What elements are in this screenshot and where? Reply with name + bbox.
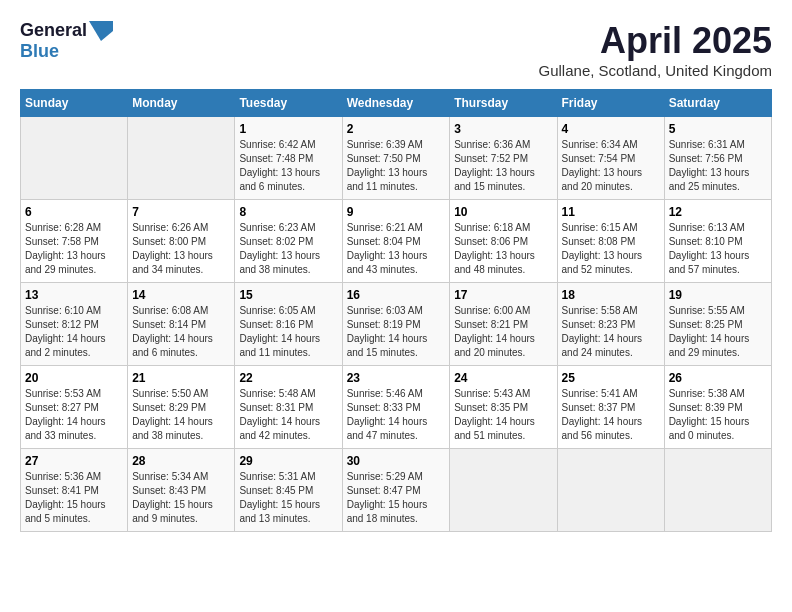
day-cell: 10Sunrise: 6:18 AMSunset: 8:06 PMDayligh… bbox=[450, 200, 557, 283]
day-cell bbox=[450, 449, 557, 532]
calendar-body: 1Sunrise: 6:42 AMSunset: 7:48 PMDaylight… bbox=[21, 117, 772, 532]
day-info: Sunrise: 6:13 AMSunset: 8:10 PMDaylight:… bbox=[669, 221, 767, 277]
day-info: Sunrise: 6:39 AMSunset: 7:50 PMDaylight:… bbox=[347, 138, 446, 194]
day-cell: 11Sunrise: 6:15 AMSunset: 8:08 PMDayligh… bbox=[557, 200, 664, 283]
day-info: Sunrise: 5:53 AMSunset: 8:27 PMDaylight:… bbox=[25, 387, 123, 443]
header-day-saturday: Saturday bbox=[664, 90, 771, 117]
day-cell: 23Sunrise: 5:46 AMSunset: 8:33 PMDayligh… bbox=[342, 366, 450, 449]
day-number: 12 bbox=[669, 205, 767, 219]
day-number: 5 bbox=[669, 122, 767, 136]
day-cell: 15Sunrise: 6:05 AMSunset: 8:16 PMDayligh… bbox=[235, 283, 342, 366]
day-cell: 28Sunrise: 5:34 AMSunset: 8:43 PMDayligh… bbox=[128, 449, 235, 532]
day-cell: 22Sunrise: 5:48 AMSunset: 8:31 PMDayligh… bbox=[235, 366, 342, 449]
location-subtitle: Gullane, Scotland, United Kingdom bbox=[539, 62, 772, 79]
day-cell: 12Sunrise: 6:13 AMSunset: 8:10 PMDayligh… bbox=[664, 200, 771, 283]
day-info: Sunrise: 6:00 AMSunset: 8:21 PMDaylight:… bbox=[454, 304, 552, 360]
day-number: 28 bbox=[132, 454, 230, 468]
week-row-4: 20Sunrise: 5:53 AMSunset: 8:27 PMDayligh… bbox=[21, 366, 772, 449]
day-number: 27 bbox=[25, 454, 123, 468]
day-info: Sunrise: 5:58 AMSunset: 8:23 PMDaylight:… bbox=[562, 304, 660, 360]
day-number: 15 bbox=[239, 288, 337, 302]
header-day-friday: Friday bbox=[557, 90, 664, 117]
day-info: Sunrise: 5:46 AMSunset: 8:33 PMDaylight:… bbox=[347, 387, 446, 443]
day-number: 1 bbox=[239, 122, 337, 136]
day-number: 29 bbox=[239, 454, 337, 468]
day-info: Sunrise: 6:23 AMSunset: 8:02 PMDaylight:… bbox=[239, 221, 337, 277]
logo-text: General Blue bbox=[20, 20, 113, 62]
day-cell: 20Sunrise: 5:53 AMSunset: 8:27 PMDayligh… bbox=[21, 366, 128, 449]
day-number: 6 bbox=[25, 205, 123, 219]
day-cell bbox=[664, 449, 771, 532]
day-info: Sunrise: 6:26 AMSunset: 8:00 PMDaylight:… bbox=[132, 221, 230, 277]
logo-icon bbox=[89, 21, 113, 41]
day-cell: 6Sunrise: 6:28 AMSunset: 7:58 PMDaylight… bbox=[21, 200, 128, 283]
day-number: 14 bbox=[132, 288, 230, 302]
day-info: Sunrise: 5:34 AMSunset: 8:43 PMDaylight:… bbox=[132, 470, 230, 526]
day-number: 17 bbox=[454, 288, 552, 302]
day-number: 26 bbox=[669, 371, 767, 385]
day-cell: 24Sunrise: 5:43 AMSunset: 8:35 PMDayligh… bbox=[450, 366, 557, 449]
day-info: Sunrise: 5:41 AMSunset: 8:37 PMDaylight:… bbox=[562, 387, 660, 443]
svg-marker-0 bbox=[89, 21, 113, 41]
logo-blue: Blue bbox=[20, 41, 59, 61]
day-number: 23 bbox=[347, 371, 446, 385]
day-info: Sunrise: 6:36 AMSunset: 7:52 PMDaylight:… bbox=[454, 138, 552, 194]
day-info: Sunrise: 6:08 AMSunset: 8:14 PMDaylight:… bbox=[132, 304, 230, 360]
day-cell bbox=[21, 117, 128, 200]
day-info: Sunrise: 6:10 AMSunset: 8:12 PMDaylight:… bbox=[25, 304, 123, 360]
day-info: Sunrise: 5:36 AMSunset: 8:41 PMDaylight:… bbox=[25, 470, 123, 526]
day-cell: 18Sunrise: 5:58 AMSunset: 8:23 PMDayligh… bbox=[557, 283, 664, 366]
header-row: SundayMondayTuesdayWednesdayThursdayFrid… bbox=[21, 90, 772, 117]
calendar-header: SundayMondayTuesdayWednesdayThursdayFrid… bbox=[21, 90, 772, 117]
day-cell: 16Sunrise: 6:03 AMSunset: 8:19 PMDayligh… bbox=[342, 283, 450, 366]
day-cell: 17Sunrise: 6:00 AMSunset: 8:21 PMDayligh… bbox=[450, 283, 557, 366]
day-cell: 21Sunrise: 5:50 AMSunset: 8:29 PMDayligh… bbox=[128, 366, 235, 449]
day-info: Sunrise: 5:38 AMSunset: 8:39 PMDaylight:… bbox=[669, 387, 767, 443]
day-cell: 9Sunrise: 6:21 AMSunset: 8:04 PMDaylight… bbox=[342, 200, 450, 283]
day-info: Sunrise: 6:18 AMSunset: 8:06 PMDaylight:… bbox=[454, 221, 552, 277]
day-cell: 30Sunrise: 5:29 AMSunset: 8:47 PMDayligh… bbox=[342, 449, 450, 532]
header-day-monday: Monday bbox=[128, 90, 235, 117]
day-number: 21 bbox=[132, 371, 230, 385]
day-info: Sunrise: 5:48 AMSunset: 8:31 PMDaylight:… bbox=[239, 387, 337, 443]
day-cell: 27Sunrise: 5:36 AMSunset: 8:41 PMDayligh… bbox=[21, 449, 128, 532]
header-day-tuesday: Tuesday bbox=[235, 90, 342, 117]
day-info: Sunrise: 6:34 AMSunset: 7:54 PMDaylight:… bbox=[562, 138, 660, 194]
day-cell: 14Sunrise: 6:08 AMSunset: 8:14 PMDayligh… bbox=[128, 283, 235, 366]
week-row-3: 13Sunrise: 6:10 AMSunset: 8:12 PMDayligh… bbox=[21, 283, 772, 366]
week-row-5: 27Sunrise: 5:36 AMSunset: 8:41 PMDayligh… bbox=[21, 449, 772, 532]
day-info: Sunrise: 6:31 AMSunset: 7:56 PMDaylight:… bbox=[669, 138, 767, 194]
day-cell: 4Sunrise: 6:34 AMSunset: 7:54 PMDaylight… bbox=[557, 117, 664, 200]
day-number: 8 bbox=[239, 205, 337, 219]
day-number: 24 bbox=[454, 371, 552, 385]
day-info: Sunrise: 6:03 AMSunset: 8:19 PMDaylight:… bbox=[347, 304, 446, 360]
day-number: 2 bbox=[347, 122, 446, 136]
day-number: 19 bbox=[669, 288, 767, 302]
day-cell: 26Sunrise: 5:38 AMSunset: 8:39 PMDayligh… bbox=[664, 366, 771, 449]
day-cell bbox=[128, 117, 235, 200]
day-info: Sunrise: 6:15 AMSunset: 8:08 PMDaylight:… bbox=[562, 221, 660, 277]
day-number: 3 bbox=[454, 122, 552, 136]
header-day-sunday: Sunday bbox=[21, 90, 128, 117]
day-number: 20 bbox=[25, 371, 123, 385]
day-info: Sunrise: 6:05 AMSunset: 8:16 PMDaylight:… bbox=[239, 304, 337, 360]
calendar-table: SundayMondayTuesdayWednesdayThursdayFrid… bbox=[20, 89, 772, 532]
month-title: April 2025 bbox=[539, 20, 772, 62]
day-info: Sunrise: 6:21 AMSunset: 8:04 PMDaylight:… bbox=[347, 221, 446, 277]
day-cell: 25Sunrise: 5:41 AMSunset: 8:37 PMDayligh… bbox=[557, 366, 664, 449]
week-row-2: 6Sunrise: 6:28 AMSunset: 7:58 PMDaylight… bbox=[21, 200, 772, 283]
day-info: Sunrise: 5:55 AMSunset: 8:25 PMDaylight:… bbox=[669, 304, 767, 360]
header-day-wednesday: Wednesday bbox=[342, 90, 450, 117]
day-number: 7 bbox=[132, 205, 230, 219]
day-info: Sunrise: 5:43 AMSunset: 8:35 PMDaylight:… bbox=[454, 387, 552, 443]
day-number: 10 bbox=[454, 205, 552, 219]
header-day-thursday: Thursday bbox=[450, 90, 557, 117]
day-info: Sunrise: 5:50 AMSunset: 8:29 PMDaylight:… bbox=[132, 387, 230, 443]
day-number: 4 bbox=[562, 122, 660, 136]
day-cell: 19Sunrise: 5:55 AMSunset: 8:25 PMDayligh… bbox=[664, 283, 771, 366]
week-row-1: 1Sunrise: 6:42 AMSunset: 7:48 PMDaylight… bbox=[21, 117, 772, 200]
title-block: April 2025 Gullane, Scotland, United Kin… bbox=[539, 20, 772, 79]
day-cell bbox=[557, 449, 664, 532]
page-header: General Blue April 2025 Gullane, Scotlan… bbox=[20, 20, 772, 79]
day-cell: 7Sunrise: 6:26 AMSunset: 8:00 PMDaylight… bbox=[128, 200, 235, 283]
